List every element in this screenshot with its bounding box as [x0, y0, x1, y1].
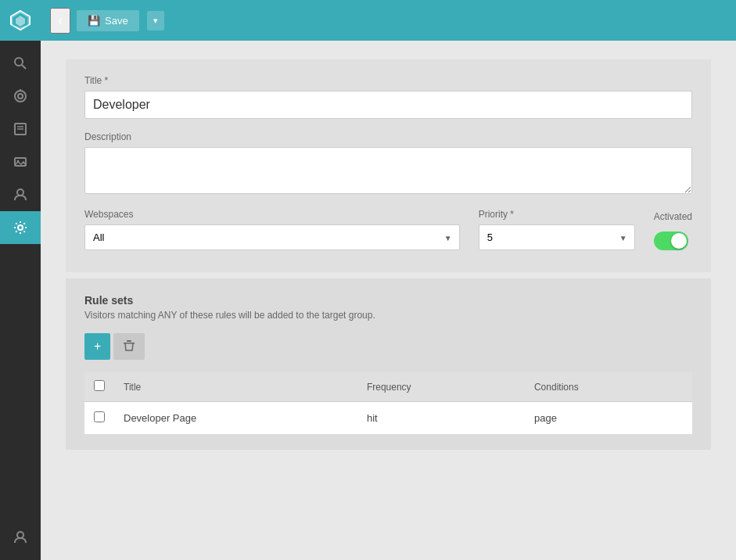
webspaces-field: Webspaces All	[84, 209, 460, 250]
delete-rule-button[interactable]	[113, 333, 145, 360]
title-label: Title *	[84, 75, 692, 86]
activated-label: Activated	[654, 211, 692, 222]
svg-point-5	[15, 91, 26, 102]
sidebar-search[interactable]	[0, 47, 41, 80]
svg-rect-17	[127, 340, 131, 342]
col-title: Title	[114, 372, 357, 402]
sidebar-target[interactable]	[0, 80, 41, 113]
logo[interactable]	[0, 0, 41, 41]
save-icon: 💾	[88, 15, 100, 27]
col-frequency: Frequency	[357, 372, 525, 402]
svg-point-15	[17, 532, 23, 538]
sidebar-users[interactable]	[0, 178, 41, 211]
activated-field: Activated	[654, 211, 692, 250]
col-conditions: Conditions	[525, 372, 692, 402]
priority-select[interactable]: 5	[479, 224, 635, 250]
webspaces-select[interactable]: All	[84, 224, 460, 250]
row-title: Developer Page	[114, 402, 357, 435]
rule-sets-description: Visitors matching ANY of these rules wil…	[84, 310, 692, 321]
priority-field: Priority * 5	[479, 209, 635, 250]
select-all-checkbox[interactable]	[94, 380, 105, 391]
rule-sets-table: Title Frequency Conditions Developer Pag…	[84, 372, 692, 434]
save-dropdown-button[interactable]: ▾	[147, 11, 164, 31]
add-rule-button[interactable]: +	[84, 333, 110, 360]
col-checkbox	[84, 372, 114, 402]
row-checkbox-cell	[84, 402, 114, 435]
svg-point-14	[18, 225, 23, 230]
webspaces-label: Webspaces	[84, 209, 460, 220]
save-button[interactable]: 💾 Save	[77, 10, 139, 31]
svg-marker-1	[16, 16, 25, 27]
row-checkbox[interactable]	[94, 411, 105, 422]
sidebar-profile[interactable]	[0, 521, 41, 554]
activated-toggle[interactable]	[654, 232, 688, 250]
priority-label: Priority *	[479, 209, 635, 220]
rule-sets-toolbar: +	[84, 333, 692, 360]
form-section: Title * Description Webspaces All Priori…	[66, 59, 711, 272]
svg-point-6	[18, 94, 23, 99]
table-row: Developer Page hit page	[84, 402, 692, 435]
rule-sets-section: Rule sets Visitors matching ANY of these…	[66, 278, 711, 450]
sidebar-settings[interactable]	[0, 211, 41, 244]
main-content: ‹ 💾 Save ▾ Title * Description Webspaces	[41, 0, 736, 560]
title-input[interactable]	[84, 91, 692, 119]
topbar: ‹ 💾 Save ▾	[41, 0, 736, 41]
sidebar-media[interactable]	[0, 145, 41, 178]
sidebar-profile-bottom[interactable]	[0, 521, 41, 554]
svg-point-3	[15, 58, 23, 66]
sidebar-pages[interactable]	[0, 113, 41, 145]
row-conditions: page	[525, 402, 692, 435]
webspaces-select-wrapper: All	[84, 224, 460, 250]
priority-select-wrapper: 5	[479, 224, 635, 250]
sidebar	[0, 0, 41, 560]
rule-sets-title: Rule sets	[84, 294, 692, 307]
description-label: Description	[84, 131, 692, 142]
svg-point-13	[17, 189, 23, 196]
content-area: Title * Description Webspaces All Priori…	[41, 41, 736, 560]
row-frequency: hit	[357, 402, 525, 435]
description-textarea[interactable]	[84, 147, 692, 194]
svg-line-4	[22, 65, 26, 69]
back-button[interactable]: ‹	[50, 8, 70, 34]
save-label: Save	[105, 15, 128, 27]
